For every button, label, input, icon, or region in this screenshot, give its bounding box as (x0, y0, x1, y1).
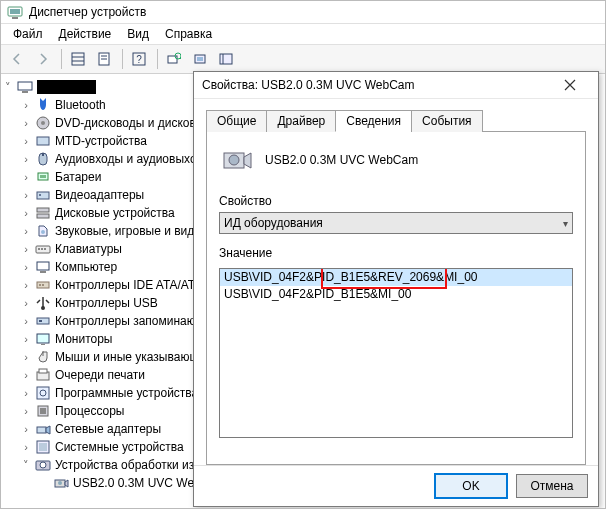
property-dropdown[interactable]: ИД оборудования ▾ (219, 212, 573, 234)
close-button[interactable] (550, 74, 590, 96)
tree-label: Клавиатуры (55, 242, 122, 256)
expand-icon[interactable]: › (19, 351, 33, 363)
details-panel: USB2.0 0.3M UVC WebCam Свойство ИД обору… (206, 132, 586, 465)
category-icon (35, 295, 51, 311)
dialog-button-row: OK Отмена (194, 465, 598, 506)
svg-point-27 (39, 194, 41, 196)
devices-by-connection-button[interactable] (214, 47, 238, 71)
tree-label: Мониторы (55, 332, 112, 346)
svg-rect-35 (37, 262, 49, 270)
svg-rect-51 (40, 408, 46, 414)
menubar: Файл Действие Вид Справка (1, 24, 605, 45)
category-icon (35, 97, 51, 113)
svg-point-38 (39, 284, 41, 286)
svg-rect-34 (44, 248, 46, 250)
menu-help[interactable]: Справка (157, 25, 220, 43)
tab-events[interactable]: События (411, 110, 483, 132)
svg-rect-1 (10, 9, 20, 14)
category-icon (35, 205, 51, 221)
category-icon (35, 187, 51, 203)
properties-button[interactable] (92, 47, 116, 71)
svg-rect-32 (38, 248, 40, 250)
cancel-button[interactable]: Отмена (516, 474, 588, 498)
svg-rect-33 (41, 248, 43, 250)
expand-icon[interactable]: › (19, 441, 33, 453)
tree-label: Системные устройства (55, 440, 184, 454)
property-selected: ИД оборудования (224, 216, 323, 230)
forward-button[interactable] (31, 47, 55, 71)
category-icon (35, 169, 51, 185)
tab-general[interactable]: Общие (206, 110, 267, 132)
expand-icon[interactable]: › (19, 189, 33, 201)
value-listbox[interactable]: USB\VID_04F2&PID_B1E5&REV_2069&MI_00 USB… (219, 268, 573, 438)
expand-icon[interactable]: › (19, 405, 33, 417)
tree-label: Батареи (55, 170, 101, 184)
expand-icon[interactable]: › (19, 225, 33, 237)
webcam-icon (53, 475, 69, 491)
menu-view[interactable]: Вид (119, 25, 157, 43)
list-item[interactable]: USB\VID_04F2&PID_B1E5&MI_00 (220, 286, 572, 303)
expand-icon[interactable]: › (19, 297, 33, 309)
svg-rect-26 (37, 192, 49, 199)
close-icon (564, 79, 576, 91)
expand-icon[interactable]: › (19, 423, 33, 435)
category-icon (35, 313, 51, 329)
svg-point-60 (229, 155, 239, 165)
expand-icon[interactable]: › (19, 369, 33, 381)
expand-icon[interactable]: › (19, 171, 33, 183)
category-icon (35, 367, 51, 383)
expand-icon[interactable]: › (19, 387, 33, 399)
collapse-icon[interactable]: ˅ (19, 459, 33, 472)
expand-icon[interactable]: › (19, 333, 33, 345)
category-icon (35, 277, 51, 293)
svg-rect-28 (37, 208, 49, 212)
menu-action[interactable]: Действие (51, 25, 120, 43)
expand-icon[interactable]: › (19, 315, 33, 327)
dialog-title: Свойства: USB2.0 0.3M UVC WebCam (202, 78, 550, 92)
category-icon (35, 223, 51, 239)
expand-icon[interactable]: › (19, 207, 33, 219)
category-icon (35, 331, 51, 347)
svg-rect-23 (42, 153, 44, 156)
separator (157, 49, 158, 69)
device-name: USB2.0 0.3M UVC WebCam (265, 153, 418, 167)
chevron-down-icon: ▾ (563, 218, 568, 229)
svg-rect-18 (18, 82, 32, 90)
category-icon (35, 259, 51, 275)
show-tree-button[interactable] (66, 47, 90, 71)
devices-by-type-button[interactable] (188, 47, 212, 71)
scan-hardware-button[interactable] (162, 47, 186, 71)
expand-icon[interactable]: › (19, 153, 33, 165)
svg-rect-3 (72, 53, 84, 65)
category-icon (35, 133, 51, 149)
menu-file[interactable]: Файл (5, 25, 51, 43)
svg-rect-22 (37, 137, 49, 145)
svg-point-58 (58, 481, 62, 485)
svg-rect-43 (37, 334, 49, 343)
expand-icon[interactable]: › (19, 99, 33, 111)
expand-icon[interactable]: › (19, 135, 33, 147)
svg-point-30 (41, 230, 45, 234)
collapse-icon[interactable]: ˅ (1, 81, 15, 94)
tab-details[interactable]: Сведения (335, 110, 412, 132)
svg-line-13 (180, 58, 181, 59)
tree-label: Очереди печати (55, 368, 145, 382)
ok-button[interactable]: OK (434, 473, 508, 499)
dialog-titlebar[interactable]: Свойства: USB2.0 0.3M UVC WebCam (194, 72, 598, 99)
category-icon (35, 439, 51, 455)
tab-driver[interactable]: Драйвер (266, 110, 336, 132)
svg-rect-41 (37, 318, 49, 324)
help-button[interactable]: ? (127, 47, 151, 71)
expand-icon[interactable]: › (19, 117, 33, 129)
tree-label: Контроллеры IDE ATA/ATAPI (55, 278, 214, 292)
tree-label: Компьютер (55, 260, 117, 274)
app-icon (7, 4, 23, 20)
back-button[interactable] (5, 47, 29, 71)
expand-icon[interactable]: › (19, 261, 33, 273)
svg-rect-19 (22, 91, 28, 93)
svg-rect-52 (37, 427, 46, 433)
tree-label: Процессоры (55, 404, 125, 418)
expand-icon[interactable]: › (19, 279, 33, 291)
expand-icon[interactable]: › (19, 243, 33, 255)
list-item[interactable]: USB\VID_04F2&PID_B1E5&REV_2069&MI_00 (220, 269, 572, 286)
